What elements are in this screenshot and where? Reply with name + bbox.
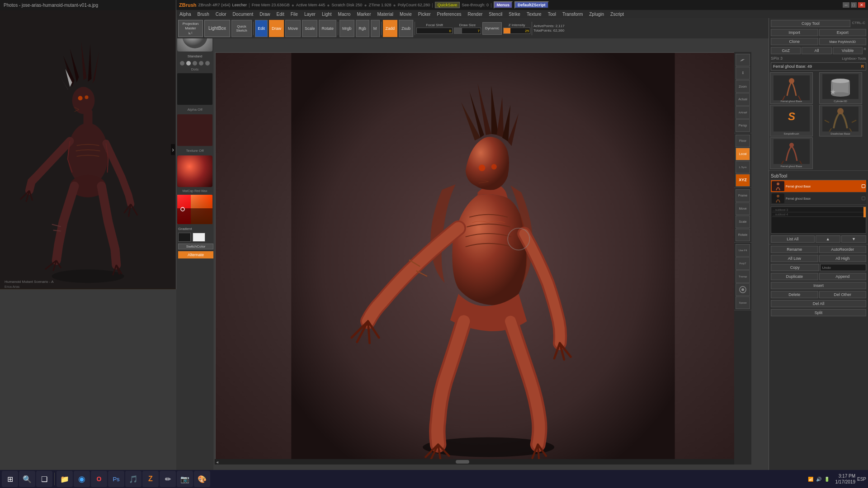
color-picker[interactable] [177, 195, 212, 224]
brush-dot-2[interactable] [186, 61, 191, 66]
focal-shift-slider[interactable]: 0 [416, 28, 453, 34]
subtool-eye-1[interactable] [862, 184, 865, 188]
tool-thumb-cylinder[interactable]: Cylinder3D [819, 72, 862, 104]
menu-alpha[interactable]: Alpha [178, 11, 193, 17]
all-btn[interactable]: All [802, 47, 831, 54]
tool-thumb-deathclaw[interactable]: Deathclaw Base [819, 105, 862, 136]
subtool-item-1[interactable]: Ferral ghoul Base [771, 180, 866, 192]
lightbox-tools-label[interactable]: Lightbox› Tools [842, 56, 866, 61]
brush-dot-5[interactable] [205, 61, 210, 66]
material-preview[interactable] [177, 155, 212, 187]
all-low-btn[interactable]: All Low [771, 255, 818, 262]
menu-file[interactable]: File [289, 11, 299, 17]
menu-transform[interactable]: Transform [561, 11, 584, 17]
frame-icon-btn[interactable]: Frame [736, 189, 750, 202]
menu-macro[interactable]: Macro [337, 11, 352, 17]
menu-zscript[interactable]: Zscript [609, 11, 625, 17]
move2-icon-btn[interactable]: Move [736, 202, 750, 215]
draw-btn[interactable]: Draw [269, 20, 284, 37]
clone-btn[interactable]: Clone [771, 38, 818, 45]
m-btn[interactable]: M [371, 20, 380, 37]
subtool-scroll-area[interactable]: ...subtool 3 ...subtool 4 [771, 206, 866, 234]
all-high-btn[interactable]: All High [819, 255, 867, 262]
del-all-btn[interactable]: Del All [771, 300, 866, 307]
brush-dot-3[interactable] [193, 61, 197, 66]
explorer-btn[interactable]: 📁 [57, 471, 73, 487]
opera-btn[interactable]: O [91, 471, 107, 487]
menu-render[interactable]: Render [467, 11, 484, 17]
paint-btn[interactable]: ✏ [160, 471, 176, 487]
hscroll-thumb[interactable] [456, 460, 469, 464]
projection-master-btn[interactable]: Projection Master ◣4 [178, 20, 203, 37]
copy-btn[interactable]: Copy [771, 264, 819, 271]
windows-start-btn[interactable]: ⊞ [2, 471, 18, 487]
rename-btn[interactable]: Rename [771, 246, 818, 253]
zoom-icon-btn[interactable]: Zoom [736, 80, 750, 93]
texture-preview[interactable] [177, 114, 212, 146]
photoshop-btn[interactable]: Ps [108, 471, 124, 487]
menu-movie[interactable]: Movie [398, 11, 413, 17]
subtool-scrollbar-thumb[interactable] [863, 207, 866, 217]
menu-draw[interactable]: Draw [258, 11, 271, 17]
visible-btn[interactable]: Visible [833, 47, 863, 54]
alternate-btn[interactable]: Alternate [178, 251, 213, 258]
persp-icon-btn[interactable]: Persp [736, 119, 750, 132]
duplicate-btn[interactable]: Duplicate [771, 273, 818, 280]
scale-btn[interactable]: Scale [302, 20, 318, 37]
copy-tool-btn[interactable]: Copy Tool [771, 20, 850, 27]
menu-material[interactable]: Material [376, 11, 395, 17]
viewport-hscroll[interactable]: ◂ ▸ [215, 459, 750, 465]
quick-sketch-btn[interactable]: Quick Sketch [231, 20, 252, 37]
move-btn[interactable]: Move [285, 20, 301, 37]
delete-btn[interactable]: Delete [771, 291, 818, 298]
insert-btn[interactable]: Insert [771, 282, 866, 289]
scroll-left-arrow[interactable]: ◂ [216, 460, 218, 465]
list-all-btn[interactable]: List All [771, 235, 815, 243]
menu-zplugin[interactable]: Zplugin [588, 11, 605, 17]
append-btn[interactable]: Append [819, 273, 867, 280]
search-btn[interactable]: 🔍 [19, 471, 35, 487]
extra-btn[interactable]: 🎨 [194, 471, 210, 487]
switchcolor-btn[interactable]: SwitchColor [178, 244, 213, 249]
default-zscript-btn[interactable]: DefaultZScript [514, 1, 549, 9]
split-btn[interactable]: Split [771, 309, 866, 316]
menu-layer[interactable]: Layer [303, 11, 317, 17]
menu-picker[interactable]: Picker [417, 11, 432, 17]
import-btn[interactable]: Import [771, 29, 818, 36]
brush-dot-1[interactable] [180, 61, 184, 66]
make-polymesh-btn[interactable]: Make PolyMesh3D [819, 38, 867, 45]
dynamic-btn[interactable]: Dynamic [482, 22, 502, 35]
subtool-down-btn[interactable]: ▼ [841, 235, 866, 243]
mrgb-btn[interactable]: Mrgb [340, 20, 354, 37]
quicksave-btn[interactable]: QuickSave [435, 2, 460, 8]
menu-light[interactable]: Light [321, 11, 333, 17]
menu-color[interactable]: Color [214, 11, 228, 17]
menu-brush[interactable]: Brush [196, 11, 211, 17]
rgb-btn[interactable]: Rgb [356, 20, 369, 37]
menu-preferences[interactable]: Preferences [436, 11, 463, 17]
export-btn[interactable]: Export [819, 29, 867, 36]
subtool-up-btn[interactable]: ▲ [816, 235, 840, 243]
zadd-btn[interactable]: Zadd [383, 20, 398, 37]
zbrush-max-btn[interactable]: □ [851, 2, 857, 8]
draw-size-slider[interactable]: 7 [454, 28, 481, 34]
menu-texture[interactable]: Texture [525, 11, 543, 17]
scale2-icon-btn[interactable]: Scale [736, 216, 750, 228]
zbrush-close-btn[interactable]: ✕ [858, 2, 865, 8]
del-other-btn[interactable]: Del Other [819, 291, 867, 298]
zsub-btn[interactable]: Zsub [399, 20, 413, 37]
camera-btn[interactable]: 📷 [177, 471, 193, 487]
polyt-icon-btn[interactable]: PolyT [736, 257, 750, 270]
scroll-icon-btn[interactable]: ⇕ [736, 67, 750, 80]
menus-btn[interactable]: Menus [494, 1, 513, 9]
edit-btn[interactable]: Edit [255, 20, 268, 37]
secondary-color-swatch[interactable] [193, 233, 205, 242]
zbrush-min-btn[interactable]: ─ [843, 2, 849, 8]
rotate2-icon-btn[interactable]: Rotate [736, 229, 750, 241]
tool-thumb-ferral1[interactable]: Ferral ghoul Base [770, 72, 813, 104]
primary-color-swatch[interactable] [178, 233, 191, 242]
bird-icon-btn[interactable] [736, 54, 750, 66]
menu-tool[interactable]: Tool [547, 11, 557, 17]
auto-reorder-btn[interactable]: AutoReorder [819, 246, 867, 253]
media-btn[interactable]: 🎵 [125, 471, 142, 487]
